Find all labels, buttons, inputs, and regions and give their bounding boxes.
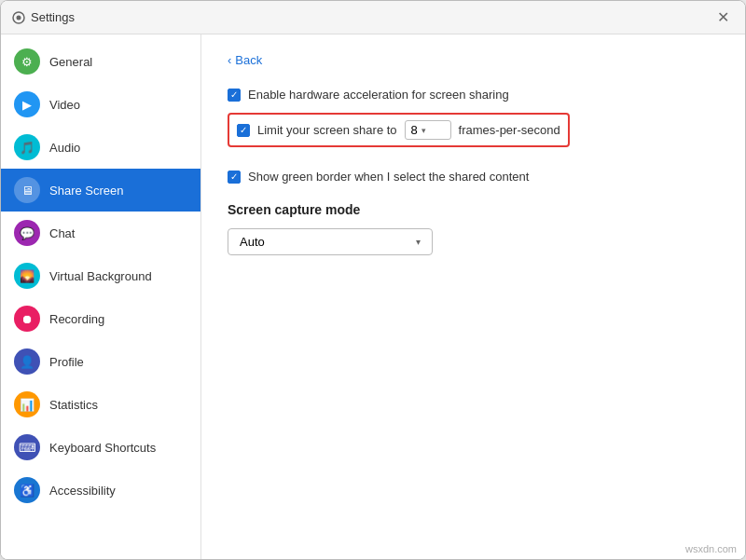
sidebar-label-recording: Recording [49,312,104,326]
main-panel: ‹ Back Enable hardware acceleration for … [201,34,745,559]
limit-fps-checkbox[interactable] [237,124,250,137]
keyboard-shortcuts-icon: ⌨ [14,434,40,460]
sidebar-label-share-screen: Share Screen [49,184,124,198]
fps-dropdown[interactable]: 8 ▾ [405,120,451,140]
statistics-icon: 📊 [14,391,40,417]
hardware-acceleration-checkbox[interactable] [228,89,241,102]
sidebar-label-chat: Chat [49,226,75,240]
sidebar-item-recording[interactable]: ⏺Recording [1,297,200,340]
sidebar-label-statistics: Statistics [49,398,98,412]
window-title: Settings [12,10,75,24]
sidebar-item-video[interactable]: ▶Video [1,83,200,126]
fps-chevron-icon: ▾ [421,126,426,135]
audio-icon: 🎵 [14,134,40,160]
chat-icon: 💬 [14,220,40,246]
back-label: Back [235,53,262,67]
sidebar-label-video: Video [49,98,80,112]
sidebar-label-accessibility: Accessibility [49,484,116,498]
sidebar-item-keyboard-shortcuts[interactable]: ⌨Keyboard Shortcuts [1,426,200,469]
hardware-acceleration-label: Enable hardware acceleration for screen … [248,88,509,102]
settings-window: Settings ✕ ⚙General▶Video🎵Audio🖥Share Sc… [0,0,746,560]
screen-capture-title: Screen capture mode [228,202,719,217]
capture-mode-value: Auto [240,235,265,249]
sidebar-item-audio[interactable]: 🎵Audio [1,126,200,169]
sidebar-label-general: General [49,55,92,69]
limit-fps-row: Limit your screen share to 8 ▾ frames-pe… [228,113,570,147]
virtual-background-icon: 🌄 [14,263,40,289]
back-link[interactable]: ‹ Back [228,53,719,67]
sidebar-item-profile[interactable]: 👤Profile [1,340,200,383]
general-icon: ⚙ [14,48,40,75]
sidebar-item-virtual-background[interactable]: 🌄Virtual Background [1,254,200,297]
sidebar-item-share-screen[interactable]: 🖥Share Screen [1,169,200,212]
capture-mode-dropdown[interactable]: Auto ▾ [228,228,433,255]
sidebar-label-profile: Profile [49,355,84,369]
limit-fps-container: Limit your screen share to 8 ▾ frames-pe… [228,113,719,158]
sidebar-item-accessibility[interactable]: ♿Accessibility [1,469,200,512]
sidebar-item-statistics[interactable]: 📊Statistics [1,383,200,426]
capture-chevron-icon: ▾ [416,237,421,247]
fps-value: 8 [411,123,418,137]
green-border-checkbox[interactable] [228,171,241,184]
sidebar-label-audio: Audio [49,141,80,155]
green-border-label: Show green border when I select the shar… [248,170,529,184]
settings-icon [12,11,25,24]
close-button[interactable]: ✕ [711,7,734,29]
profile-icon: 👤 [14,348,40,375]
share-screen-icon: 🖥 [14,177,40,203]
limit-fps-prefix: Limit your screen share to [257,123,397,137]
titlebar: Settings ✕ [1,1,745,34]
green-border-row: Show green border when I select the shar… [228,170,719,184]
hardware-acceleration-row: Enable hardware acceleration for screen … [228,88,719,102]
video-icon: ▶ [14,91,40,117]
sidebar-label-virtual-background: Virtual Background [49,269,152,283]
recording-icon: ⏺ [14,306,40,332]
sidebar-item-chat[interactable]: 💬Chat [1,212,200,254]
accessibility-icon: ♿ [14,477,40,503]
watermark: wsxdn.com [685,543,737,554]
svg-point-1 [17,15,21,20]
sidebar-item-general[interactable]: ⚙General [1,40,200,83]
limit-fps-suffix: frames-per-second [459,123,560,137]
sidebar-label-keyboard-shortcuts: Keyboard Shortcuts [49,441,156,455]
content-area: ⚙General▶Video🎵Audio🖥Share Screen💬Chat🌄V… [1,34,745,559]
sidebar: ⚙General▶Video🎵Audio🖥Share Screen💬Chat🌄V… [1,34,201,559]
back-chevron: ‹ [228,53,231,67]
